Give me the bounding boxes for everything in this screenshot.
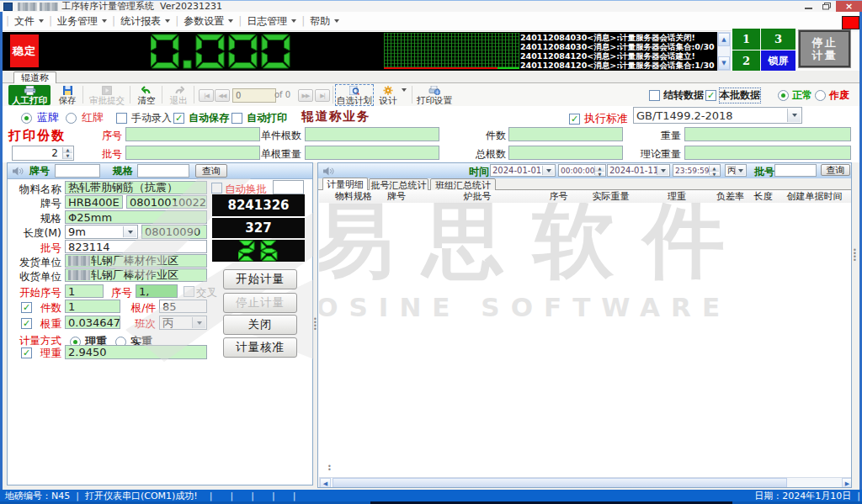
auto-save-checkbox-box[interactable] [173, 113, 184, 124]
scale-key-3[interactable]: 3 [761, 29, 795, 50]
theory2-input[interactable]: 2.9450 [65, 345, 207, 359]
chevron-down-icon[interactable] [192, 317, 205, 328]
time-from-field[interactable]: 00:00:00▲▼ [558, 164, 606, 177]
hscrollbar-thumb[interactable] [333, 478, 787, 488]
receiver-input[interactable]: 轧钢厂棒材作业区 [65, 268, 207, 282]
menu-帮助[interactable]: 帮助 [307, 14, 342, 29]
batch-no-input[interactable]: 823114 [65, 240, 207, 253]
auto-print-checkbox-box[interactable] [231, 113, 242, 124]
grid-column-header[interactable]: 创建单据时间 [777, 190, 852, 204]
approve-submit-button[interactable]: 审批提交 [87, 85, 127, 105]
pieces-input[interactable]: 1 [65, 300, 120, 313]
spec-input[interactable]: Φ25mm [65, 210, 207, 224]
grid-column-header[interactable]: 物料规格 [331, 190, 377, 204]
stop-metering-button[interactable]: 停止计量 [799, 30, 850, 67]
scale-key-1[interactable]: 1 [732, 29, 760, 50]
menu-业务管理[interactable]: 业务管理 [55, 14, 109, 29]
manual-entry-checkbox[interactable]: 手动录入 [116, 111, 172, 125]
copies-stepper[interactable]: 2 ▲▼ [12, 146, 74, 161]
spec-search-input[interactable] [137, 164, 189, 178]
root-weight-checkbox-box[interactable] [21, 318, 32, 329]
custom-plan-button[interactable]: 自选计划 [336, 85, 373, 105]
autobatch-input[interactable] [273, 180, 304, 194]
stepper-arrows-icon[interactable]: ▲▼ [62, 147, 72, 159]
count-input[interactable] [508, 127, 623, 141]
scroll-right-icon[interactable]: ▶ [842, 478, 852, 488]
grid-column-header[interactable]: 牌号 [376, 190, 418, 204]
restore-button[interactable] [818, 1, 835, 12]
batch-input[interactable] [125, 146, 260, 160]
grid-column-header[interactable]: 理重 [642, 190, 712, 204]
auto-save-checkbox[interactable]: 自动保存 [173, 111, 229, 125]
thisbatch-checkbox-box[interactable] [705, 90, 716, 101]
menu-日志管理[interactable]: 日志管理 [244, 14, 299, 29]
start-metering-button[interactable]: 开始计量 [223, 269, 297, 289]
close-button[interactable]: × [836, 1, 862, 12]
design-button[interactable]: 设计 [377, 85, 399, 105]
red-plate-radio[interactable]: 红牌 [66, 110, 104, 125]
panel-query-button[interactable]: 查询 [195, 164, 227, 178]
menu-文件[interactable]: 文件 [12, 14, 46, 29]
lock-screen-key[interactable]: 锁屏 [761, 50, 795, 71]
nav-last-button[interactable]: ▶| [315, 89, 330, 102]
message-scrollbar[interactable]: ▲ ▼ [717, 32, 731, 71]
grid-column-header[interactable]: 实际重量 [579, 190, 643, 204]
nav-prev-button[interactable]: ◀◀ [215, 89, 230, 102]
grid-column-header[interactable]: 序号 [538, 190, 580, 204]
exit-button[interactable]: 退出 [166, 85, 191, 105]
seq2-input[interactable]: 1, [136, 284, 178, 298]
nav-first-button[interactable]: |◀ [199, 89, 214, 102]
print-setup-button[interactable]: 打印设置 [416, 85, 453, 105]
date-from-select[interactable]: 2024-01-01 [490, 164, 556, 177]
root-weight-input[interactable] [305, 146, 439, 160]
standard-select[interactable]: GB/T1499.2-2018 [633, 107, 802, 124]
material-input[interactable]: 热轧带肋钢筋（抗震） [65, 181, 207, 194]
stop-metering-action-button[interactable]: 停止计量 [223, 293, 297, 313]
date-to-select[interactable]: 2024-01-11 [607, 164, 670, 177]
carryover-checkbox-box[interactable] [649, 90, 660, 101]
grid-column-header[interactable]: 长度 [749, 190, 778, 204]
shift-select[interactable]: 丙 [159, 316, 207, 330]
scroll-up-icon[interactable]: ▲ [718, 33, 730, 46]
length-code-input[interactable]: 08010090 [141, 225, 207, 239]
blue-plate-radio[interactable]: 蓝牌 [21, 110, 59, 125]
theory-checkbox-box[interactable] [21, 347, 32, 358]
chevron-down-icon[interactable] [735, 166, 745, 175]
scale-key-2[interactable]: 2 [732, 50, 760, 71]
per-piece-input[interactable]: 85 [159, 300, 207, 313]
vertical-splitter[interactable]: •••• [313, 318, 317, 332]
thisbatch-checkbox[interactable]: 本批数据 [705, 88, 760, 103]
grid-hscrollbar[interactable]: ◀ ▶ [319, 477, 852, 488]
minimize-button[interactable] [800, 1, 817, 12]
standard-checkbox-box[interactable] [569, 114, 580, 125]
normal-radio-circle[interactable] [778, 90, 789, 101]
void-radio-circle[interactable] [815, 90, 826, 101]
nav-next-button[interactable]: ▶▶ [298, 89, 313, 102]
design-dropdown-icon[interactable] [402, 92, 407, 103]
brand-code-input[interactable]: 08010010022500 [126, 195, 207, 209]
cross-checkbox-box[interactable] [184, 286, 194, 297]
tab-roller-scale[interactable]: 辊道称 [13, 72, 56, 83]
close-action-button[interactable]: 关闭 [223, 315, 297, 335]
scroll-down-icon[interactable]: ▼ [718, 56, 730, 70]
manual-print-button[interactable]: 人工打印 [8, 85, 51, 105]
detail-query-button[interactable]: 查询 [821, 164, 850, 176]
stepper-arrows-icon[interactable]: ▲▼ [594, 166, 604, 175]
chevron-down-icon[interactable] [542, 166, 554, 175]
scroll-left-icon[interactable]: ◀ [320, 478, 331, 488]
nav-position-field[interactable]: 0 [232, 88, 276, 103]
standard-checkbox[interactable]: 执行标准 [569, 111, 628, 126]
carryover-checkbox[interactable]: 结转数据 [649, 88, 704, 103]
stepper-arrows-icon[interactable]: ▲▼ [709, 166, 719, 175]
auto-print-checkbox[interactable]: 自动打印 [231, 111, 287, 125]
chevron-down-icon[interactable] [123, 226, 136, 237]
theory-weight-input[interactable] [684, 146, 851, 160]
chevron-down-icon[interactable] [657, 166, 668, 175]
root-weight2-input[interactable]: 0.034647 [65, 316, 120, 329]
shift-filter-select[interactable]: 丙 [725, 164, 747, 177]
time-to-field[interactable]: 23:59:59▲▼ [673, 164, 721, 177]
length-select[interactable]: 9m [65, 225, 138, 239]
red-plate-radio-circle[interactable] [66, 113, 77, 124]
sender-input[interactable]: 轧钢厂棒材作业区 [65, 254, 207, 268]
menu-参数设置[interactable]: 参数设置 [181, 14, 236, 29]
